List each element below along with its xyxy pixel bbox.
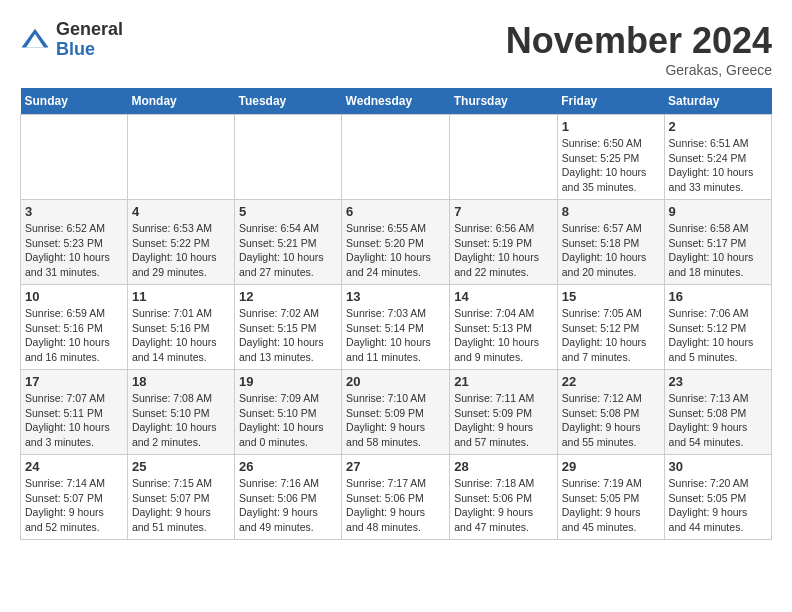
calendar-cell: 8Sunrise: 6:57 AM Sunset: 5:18 PM Daylig…: [557, 200, 664, 285]
title-block: November 2024 Gerakas, Greece: [506, 20, 772, 78]
calendar-cell: 14Sunrise: 7:04 AM Sunset: 5:13 PM Dayli…: [450, 285, 557, 370]
day-number: 3: [25, 204, 123, 219]
calendar-cell: [127, 115, 234, 200]
calendar-cell: 6Sunrise: 6:55 AM Sunset: 5:20 PM Daylig…: [342, 200, 450, 285]
day-info: Sunrise: 6:58 AM Sunset: 5:17 PM Dayligh…: [669, 221, 767, 280]
calendar-cell: 10Sunrise: 6:59 AM Sunset: 5:16 PM Dayli…: [21, 285, 128, 370]
calendar-cell: [21, 115, 128, 200]
calendar-cell: [450, 115, 557, 200]
weekday-header-row: SundayMondayTuesdayWednesdayThursdayFrid…: [21, 88, 772, 115]
day-info: Sunrise: 7:05 AM Sunset: 5:12 PM Dayligh…: [562, 306, 660, 365]
calendar-cell: 25Sunrise: 7:15 AM Sunset: 5:07 PM Dayli…: [127, 455, 234, 540]
calendar-cell: 20Sunrise: 7:10 AM Sunset: 5:09 PM Dayli…: [342, 370, 450, 455]
day-number: 7: [454, 204, 552, 219]
day-number: 26: [239, 459, 337, 474]
calendar-cell: [342, 115, 450, 200]
calendar-cell: 13Sunrise: 7:03 AM Sunset: 5:14 PM Dayli…: [342, 285, 450, 370]
day-number: 18: [132, 374, 230, 389]
calendar-cell: 30Sunrise: 7:20 AM Sunset: 5:05 PM Dayli…: [664, 455, 771, 540]
day-number: 6: [346, 204, 445, 219]
day-info: Sunrise: 7:04 AM Sunset: 5:13 PM Dayligh…: [454, 306, 552, 365]
day-number: 22: [562, 374, 660, 389]
day-info: Sunrise: 7:06 AM Sunset: 5:12 PM Dayligh…: [669, 306, 767, 365]
day-info: Sunrise: 6:51 AM Sunset: 5:24 PM Dayligh…: [669, 136, 767, 195]
day-number: 30: [669, 459, 767, 474]
logo-icon: [20, 25, 50, 55]
day-info: Sunrise: 7:17 AM Sunset: 5:06 PM Dayligh…: [346, 476, 445, 535]
calendar-cell: 5Sunrise: 6:54 AM Sunset: 5:21 PM Daylig…: [234, 200, 341, 285]
calendar-table: SundayMondayTuesdayWednesdayThursdayFrid…: [20, 88, 772, 540]
calendar-cell: 12Sunrise: 7:02 AM Sunset: 5:15 PM Dayli…: [234, 285, 341, 370]
day-info: Sunrise: 6:52 AM Sunset: 5:23 PM Dayligh…: [25, 221, 123, 280]
day-number: 15: [562, 289, 660, 304]
day-number: 11: [132, 289, 230, 304]
day-number: 14: [454, 289, 552, 304]
weekday-header: Monday: [127, 88, 234, 115]
calendar-cell: 24Sunrise: 7:14 AM Sunset: 5:07 PM Dayli…: [21, 455, 128, 540]
logo-blue: Blue: [56, 40, 123, 60]
calendar-cell: 15Sunrise: 7:05 AM Sunset: 5:12 PM Dayli…: [557, 285, 664, 370]
day-number: 27: [346, 459, 445, 474]
day-number: 24: [25, 459, 123, 474]
calendar-cell: 7Sunrise: 6:56 AM Sunset: 5:19 PM Daylig…: [450, 200, 557, 285]
day-number: 10: [25, 289, 123, 304]
calendar-week-row: 17Sunrise: 7:07 AM Sunset: 5:11 PM Dayli…: [21, 370, 772, 455]
day-info: Sunrise: 7:03 AM Sunset: 5:14 PM Dayligh…: [346, 306, 445, 365]
day-number: 8: [562, 204, 660, 219]
calendar-cell: 4Sunrise: 6:53 AM Sunset: 5:22 PM Daylig…: [127, 200, 234, 285]
calendar-cell: 23Sunrise: 7:13 AM Sunset: 5:08 PM Dayli…: [664, 370, 771, 455]
calendar-cell: 26Sunrise: 7:16 AM Sunset: 5:06 PM Dayli…: [234, 455, 341, 540]
day-info: Sunrise: 6:53 AM Sunset: 5:22 PM Dayligh…: [132, 221, 230, 280]
calendar-cell: 18Sunrise: 7:08 AM Sunset: 5:10 PM Dayli…: [127, 370, 234, 455]
weekday-header: Tuesday: [234, 88, 341, 115]
day-number: 2: [669, 119, 767, 134]
day-number: 23: [669, 374, 767, 389]
day-info: Sunrise: 7:07 AM Sunset: 5:11 PM Dayligh…: [25, 391, 123, 450]
day-info: Sunrise: 7:16 AM Sunset: 5:06 PM Dayligh…: [239, 476, 337, 535]
calendar-week-row: 10Sunrise: 6:59 AM Sunset: 5:16 PM Dayli…: [21, 285, 772, 370]
calendar-week-row: 24Sunrise: 7:14 AM Sunset: 5:07 PM Dayli…: [21, 455, 772, 540]
day-info: Sunrise: 7:13 AM Sunset: 5:08 PM Dayligh…: [669, 391, 767, 450]
day-info: Sunrise: 7:09 AM Sunset: 5:10 PM Dayligh…: [239, 391, 337, 450]
day-info: Sunrise: 6:54 AM Sunset: 5:21 PM Dayligh…: [239, 221, 337, 280]
day-info: Sunrise: 7:10 AM Sunset: 5:09 PM Dayligh…: [346, 391, 445, 450]
calendar-cell: 22Sunrise: 7:12 AM Sunset: 5:08 PM Dayli…: [557, 370, 664, 455]
calendar-cell: 11Sunrise: 7:01 AM Sunset: 5:16 PM Dayli…: [127, 285, 234, 370]
weekday-header: Thursday: [450, 88, 557, 115]
month-title: November 2024: [506, 20, 772, 62]
day-number: 19: [239, 374, 337, 389]
day-number: 4: [132, 204, 230, 219]
day-number: 20: [346, 374, 445, 389]
day-number: 1: [562, 119, 660, 134]
day-info: Sunrise: 7:20 AM Sunset: 5:05 PM Dayligh…: [669, 476, 767, 535]
logo-text: General Blue: [56, 20, 123, 60]
day-number: 13: [346, 289, 445, 304]
day-number: 5: [239, 204, 337, 219]
calendar-week-row: 3Sunrise: 6:52 AM Sunset: 5:23 PM Daylig…: [21, 200, 772, 285]
day-number: 28: [454, 459, 552, 474]
day-info: Sunrise: 7:08 AM Sunset: 5:10 PM Dayligh…: [132, 391, 230, 450]
day-info: Sunrise: 6:55 AM Sunset: 5:20 PM Dayligh…: [346, 221, 445, 280]
day-number: 12: [239, 289, 337, 304]
day-info: Sunrise: 7:19 AM Sunset: 5:05 PM Dayligh…: [562, 476, 660, 535]
calendar-cell: 17Sunrise: 7:07 AM Sunset: 5:11 PM Dayli…: [21, 370, 128, 455]
day-info: Sunrise: 7:11 AM Sunset: 5:09 PM Dayligh…: [454, 391, 552, 450]
calendar-cell: 19Sunrise: 7:09 AM Sunset: 5:10 PM Dayli…: [234, 370, 341, 455]
weekday-header: Wednesday: [342, 88, 450, 115]
weekday-header: Saturday: [664, 88, 771, 115]
day-info: Sunrise: 6:56 AM Sunset: 5:19 PM Dayligh…: [454, 221, 552, 280]
calendar-week-row: 1Sunrise: 6:50 AM Sunset: 5:25 PM Daylig…: [21, 115, 772, 200]
day-number: 16: [669, 289, 767, 304]
calendar-cell: 9Sunrise: 6:58 AM Sunset: 5:17 PM Daylig…: [664, 200, 771, 285]
day-number: 29: [562, 459, 660, 474]
day-number: 17: [25, 374, 123, 389]
weekday-header: Friday: [557, 88, 664, 115]
calendar-cell: 28Sunrise: 7:18 AM Sunset: 5:06 PM Dayli…: [450, 455, 557, 540]
day-info: Sunrise: 6:59 AM Sunset: 5:16 PM Dayligh…: [25, 306, 123, 365]
calendar-cell: 3Sunrise: 6:52 AM Sunset: 5:23 PM Daylig…: [21, 200, 128, 285]
page-header: General Blue November 2024 Gerakas, Gree…: [20, 20, 772, 78]
day-info: Sunrise: 7:02 AM Sunset: 5:15 PM Dayligh…: [239, 306, 337, 365]
day-info: Sunrise: 7:14 AM Sunset: 5:07 PM Dayligh…: [25, 476, 123, 535]
day-info: Sunrise: 6:57 AM Sunset: 5:18 PM Dayligh…: [562, 221, 660, 280]
day-info: Sunrise: 7:18 AM Sunset: 5:06 PM Dayligh…: [454, 476, 552, 535]
